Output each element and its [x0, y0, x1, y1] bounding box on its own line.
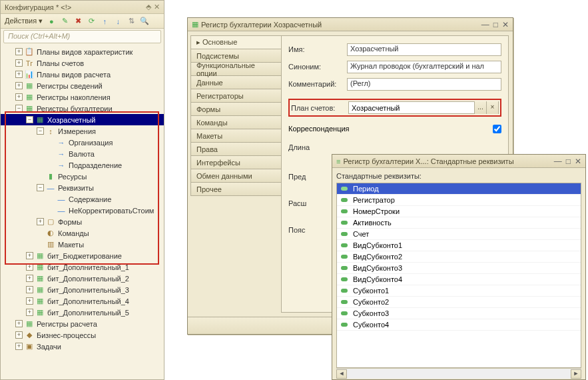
list-item[interactable]: Субконто4: [337, 319, 581, 331]
tab-item[interactable]: Интерфейсы: [190, 155, 281, 169]
refresh-icon[interactable]: ⟳: [87, 17, 96, 26]
expander-icon[interactable]: +: [15, 71, 23, 78]
tab-item[interactable]: Прочее: [190, 182, 281, 196]
tree-row[interactable]: +▣Задачи: [1, 341, 164, 352]
scroll-right-button[interactable]: ►: [571, 369, 581, 379]
expander-icon[interactable]: −: [26, 116, 33, 123]
find-icon[interactable]: 🔍: [140, 17, 149, 26]
pin-icon[interactable]: ⬘: [146, 3, 151, 11]
comment-input[interactable]: (Регл): [347, 78, 501, 91]
horizontal-scrollbar[interactable]: ◄ ►: [336, 368, 581, 379]
actions-menu[interactable]: Действия ▾: [5, 17, 43, 25]
list-item[interactable]: Субконто2: [337, 297, 581, 308]
expander-icon[interactable]: +: [26, 263, 33, 271]
name-input[interactable]: Хозрасчетный: [347, 43, 501, 56]
tree-row[interactable]: ◐Команды: [1, 227, 164, 239]
edit-icon[interactable]: ✎: [60, 17, 69, 26]
tree-row[interactable]: ▮Ресурсы: [1, 171, 164, 182]
list-item[interactable]: Субконто3: [337, 308, 581, 319]
tree-row[interactable]: ▥Макеты: [1, 239, 164, 250]
tab-item[interactable]: Функциональные опции: [190, 62, 281, 76]
sort-icon[interactable]: ⇅: [127, 17, 136, 26]
expander-icon[interactable]: +: [15, 82, 23, 89]
close-icon[interactable]: ✕: [575, 157, 581, 166]
maximize-icon[interactable]: □: [566, 157, 571, 166]
list-item[interactable]: Период: [337, 183, 581, 195]
tab-item[interactable]: Макеты: [190, 129, 281, 143]
expander-icon[interactable]: +: [15, 48, 23, 55]
tree-row[interactable]: +📋Планы видов характеристик: [1, 46, 164, 57]
list-item[interactable]: Регистратор: [337, 195, 581, 206]
tree-row[interactable]: →Подразделение: [1, 159, 164, 171]
tree-row[interactable]: +▦Регистры расчета: [1, 318, 164, 329]
expander-icon[interactable]: +: [26, 252, 33, 259]
down-icon[interactable]: ↓: [113, 17, 123, 26]
list-item[interactable]: НомерСтроки: [337, 206, 581, 217]
tree-row[interactable]: →Организация: [1, 137, 164, 148]
plan-select-button[interactable]: ...: [474, 101, 486, 114]
expander-icon[interactable]: +: [26, 286, 33, 293]
maximize-icon[interactable]: □: [493, 20, 498, 29]
tab-item[interactable]: Формы: [190, 102, 281, 116]
tree-row[interactable]: —Содержание: [1, 193, 164, 205]
tab-item[interactable]: Команды: [190, 115, 281, 129]
expander-icon[interactable]: +: [15, 343, 23, 350]
plan-input[interactable]: Хозрасчетный ... ×: [348, 101, 499, 114]
tree-row[interactable]: +▦бит_Бюджетирование: [1, 250, 164, 261]
list-item[interactable]: ВидСубконто1: [337, 240, 581, 251]
tree-row[interactable]: →Валюта: [1, 148, 164, 159]
minimize-icon[interactable]: —: [554, 157, 562, 166]
expander-icon[interactable]: +: [15, 320, 23, 327]
corr-checkbox[interactable]: [493, 125, 501, 133]
syn-input[interactable]: Журнал проводок (бухгалтерский и нал: [347, 61, 501, 73]
tree-row[interactable]: −—Реквизиты: [1, 182, 164, 193]
tree-row[interactable]: +📊Планы видов расчета: [1, 69, 164, 80]
list-item[interactable]: ВидСубконто3: [337, 263, 581, 274]
expander-icon[interactable]: −: [37, 127, 44, 135]
add-icon[interactable]: ●: [47, 17, 56, 26]
tab-item[interactable]: ▸ Основные: [190, 35, 281, 49]
up-icon[interactable]: ↑: [100, 17, 109, 26]
config-tree[interactable]: +📋Планы видов характеристик+ТгПланы счет…: [1, 45, 164, 379]
scroll-left-button[interactable]: ◄: [336, 369, 347, 379]
expander-icon[interactable]: +: [15, 93, 23, 101]
tree-row[interactable]: −↕Измерения: [1, 125, 164, 137]
expander-icon[interactable]: +: [15, 59, 23, 67]
tab-item[interactable]: Данные: [190, 75, 281, 89]
tree-row[interactable]: +◆Бизнес-процессы: [1, 329, 164, 341]
expander-icon[interactable]: −: [37, 184, 44, 191]
tree-row[interactable]: +▦бит_Дополнительный_1: [1, 261, 164, 273]
expander-icon[interactable]: +: [26, 297, 33, 305]
tree-row[interactable]: —НеКорректироватьСтоим: [1, 205, 164, 216]
list-item[interactable]: ВидСубконто2: [337, 251, 581, 263]
list-item[interactable]: Счет: [337, 229, 581, 240]
tree-row[interactable]: +▦Регистры сведений: [1, 80, 164, 91]
delete-icon[interactable]: ✖: [73, 17, 83, 26]
list-item[interactable]: ВидСубконто4: [337, 274, 581, 285]
list-item[interactable]: Активность: [337, 217, 581, 229]
tree-row[interactable]: −▦Хозрасчетный: [1, 114, 164, 125]
tree-row[interactable]: +▦бит_Дополнительный_2: [1, 273, 164, 284]
search-input[interactable]: Поиск (Ctrl+Alt+M): [3, 30, 161, 43]
standard-props-list[interactable]: ПериодРегистраторНомерСтрокиАктивностьСч…: [336, 183, 581, 368]
tree-row[interactable]: +▦бит_Дополнительный_5: [1, 307, 164, 318]
list-item[interactable]: Субконто1: [337, 285, 581, 297]
tab-item[interactable]: Обмен данными: [190, 169, 281, 183]
tab-item[interactable]: Права: [190, 142, 281, 156]
close-icon[interactable]: ✕: [154, 3, 160, 11]
expander-icon[interactable]: +: [26, 309, 33, 316]
expander-icon[interactable]: +: [15, 331, 23, 339]
tree-row[interactable]: −▦Регистры бухгалтерии: [1, 103, 164, 114]
tree-row[interactable]: +▦бит_Дополнительный_3: [1, 284, 164, 295]
tree-row[interactable]: +▢Формы: [1, 216, 164, 227]
expander-icon[interactable]: +: [37, 218, 44, 225]
tab-item[interactable]: Регистраторы: [190, 89, 281, 103]
minimize-icon[interactable]: —: [481, 20, 489, 29]
plan-clear-button[interactable]: ×: [486, 101, 498, 114]
tree-row[interactable]: +▦Регистры накопления: [1, 91, 164, 103]
expander-icon[interactable]: −: [15, 105, 23, 112]
tree-row[interactable]: +▦бит_Дополнительный_4: [1, 295, 164, 307]
close-icon[interactable]: ✕: [502, 20, 509, 29]
tree-row[interactable]: +ТгПланы счетов: [1, 57, 164, 69]
expander-icon[interactable]: +: [26, 275, 33, 282]
